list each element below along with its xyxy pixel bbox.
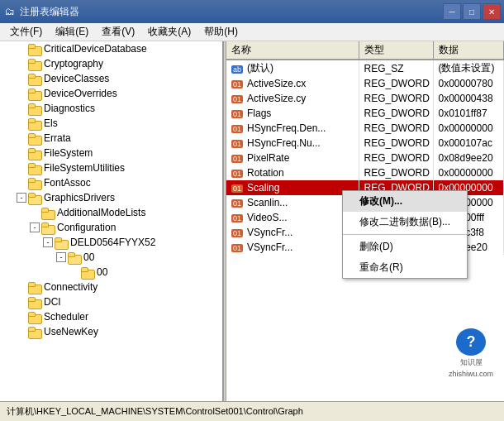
close-button[interactable]: ✕	[483, 3, 501, 20]
tree-item-label: 00	[97, 266, 107, 278]
reg-type-icon	[231, 63, 245, 74]
reg-type: REG_DWORD	[359, 91, 433, 106]
tree-toggle[interactable]: -	[56, 252, 66, 262]
minimize-button[interactable]: ─	[443, 3, 461, 20]
tree-item-label: FontAssoc	[44, 177, 91, 189]
folder-icon	[28, 326, 41, 337]
context-menu-item[interactable]: 修改(M)...	[343, 191, 467, 212]
right-pane: 名称 类型 数据 (默认)REG_SZ(数值未设置)ActiveSize.cxR…	[226, 41, 504, 401]
tree-toggle[interactable]: -	[43, 237, 53, 247]
table-row[interactable]: PixelRateREG_DWORD0x08d9ee20	[226, 151, 504, 165]
reg-name: HSyncFreq.Nu...	[226, 136, 359, 151]
folder-icon	[41, 222, 55, 233]
tree-item-label: Scheduler	[44, 311, 88, 323]
tree-item-label: FileSystemUtilities	[44, 162, 125, 174]
folder-icon	[28, 43, 41, 55]
reg-type-icon	[231, 93, 245, 104]
context-menu-separator	[343, 234, 467, 235]
tree-item[interactable]: FileSystemUtilities	[0, 160, 222, 175]
tree-item[interactable]: Scheduler	[0, 309, 222, 324]
reg-type-icon	[231, 108, 245, 119]
tree-pane[interactable]: CriticalDeviceDatabaseCryptographyDevice…	[0, 41, 223, 401]
reg-type: REG_SZ	[359, 60, 433, 76]
folder-icon	[28, 177, 41, 189]
tree-item-label: Els	[44, 117, 58, 129]
tree-item-label: Errata	[44, 132, 71, 144]
watermark-logo: ?	[456, 328, 486, 356]
tree-item[interactable]: DeviceOverrides	[0, 86, 222, 101]
reg-type: REG_DWORD	[359, 151, 433, 165]
context-menu-item[interactable]: 修改二进制数据(B)...	[343, 212, 467, 232]
tree-item[interactable]: AdditionalModeLists	[0, 205, 222, 220]
reg-name: Scanlin...	[226, 195, 359, 210]
maximize-button[interactable]: □	[463, 3, 481, 20]
reg-data: 0x0101ff87	[433, 106, 504, 121]
table-row[interactable]: (默认)REG_SZ(数值未设置)	[226, 60, 504, 76]
menu-view[interactable]: 查看(V)	[95, 23, 141, 41]
tree-item[interactable]: FileSystem	[0, 146, 222, 160]
col-type: 类型	[359, 41, 433, 60]
reg-name: VSyncFr...	[226, 225, 359, 240]
tree-item[interactable]: -00	[0, 250, 222, 265]
tree-item[interactable]: Els	[0, 116, 222, 131]
status-bar: 计算机\HKEY_LOCAL_MACHINE\SYSTEM\ControlSet…	[0, 401, 504, 421]
watermark-text1: 知识屋	[460, 357, 483, 368]
tree-item-label: DeviceClasses	[44, 73, 109, 84]
table-row[interactable]: HSyncFreq.Den...REG_DWORD0x00000000	[226, 121, 504, 136]
folder-icon	[28, 132, 41, 144]
reg-type-icon	[231, 152, 245, 164]
tree-item[interactable]: Errata	[0, 131, 222, 146]
folder-icon	[28, 88, 41, 99]
tree-item[interactable]: CriticalDeviceDatabase	[0, 41, 222, 56]
reg-data: 0x00000780	[433, 76, 504, 91]
folder-icon	[28, 147, 41, 159]
folder-icon	[28, 311, 41, 323]
tree-item-label: Diagnostics	[44, 103, 95, 114]
table-row[interactable]: ActiveSize.cxREG_DWORD0x00000780	[226, 76, 504, 91]
tree-toggle[interactable]: -	[17, 193, 26, 203]
tree-item[interactable]: Cryptography	[0, 56, 222, 71]
reg-name: (默认)	[226, 60, 359, 76]
context-menu-item[interactable]: 重命名(R)	[343, 257, 467, 278]
reg-type-icon	[231, 227, 245, 238]
tree-item[interactable]: DeviceClasses	[0, 71, 222, 86]
menu-edit[interactable]: 编辑(E)	[49, 23, 95, 41]
watermark: ? 知识屋 zhishiwu.com	[438, 328, 504, 378]
tree-item-label: 00	[83, 251, 94, 263]
tree-item[interactable]: -Configuration	[0, 220, 222, 235]
folder-icon	[28, 162, 41, 174]
folder-icon	[28, 296, 41, 308]
reg-type: REG_DWORD	[359, 165, 433, 180]
tree-item-label: DeviceOverrides	[44, 88, 117, 99]
reg-type-icon	[231, 197, 245, 208]
menu-help[interactable]: 帮助(H)	[197, 23, 245, 41]
reg-name: VideoS...	[226, 210, 359, 225]
folder-icon	[81, 266, 94, 278]
table-row[interactable]: FlagsREG_DWORD0x0101ff87	[226, 106, 504, 121]
menu-favorites[interactable]: 收藏夹(A)	[141, 23, 197, 41]
title-text: 注册表编辑器	[20, 5, 443, 19]
reg-data: 0x00000000	[433, 121, 504, 136]
tree-item-label: Configuration	[57, 222, 116, 233]
tree-item[interactable]: FontAssoc	[0, 175, 222, 190]
tree-item[interactable]: -DELD0564FYYX52	[0, 235, 222, 250]
tree-item-label: DCI	[44, 296, 61, 308]
reg-data: 0x08d9ee20	[433, 151, 504, 165]
tree-item[interactable]: 00	[0, 265, 222, 280]
tree-item[interactable]: -GraphicsDrivers	[0, 190, 222, 205]
table-row[interactable]: RotationREG_DWORD0x00000000	[226, 165, 504, 180]
context-menu-item[interactable]: 删除(D)	[343, 237, 467, 257]
folder-icon	[55, 237, 68, 248]
tree-item[interactable]: DCI	[0, 294, 222, 309]
table-row[interactable]: HSyncFreq.Nu...REG_DWORD0x000107ac	[226, 136, 504, 151]
tree-item[interactable]: Connectivity	[0, 280, 222, 294]
menu-bar: 文件(F) 编辑(E) 查看(V) 收藏夹(A) 帮助(H)	[0, 23, 504, 41]
tree-item[interactable]: Diagnostics	[0, 101, 222, 116]
menu-file[interactable]: 文件(F)	[3, 23, 49, 41]
title-buttons: ─ □ ✕	[443, 3, 501, 20]
tree-toggle[interactable]: -	[30, 222, 40, 232]
table-row[interactable]: ActiveSize.cyREG_DWORD0x00000438	[226, 91, 504, 106]
tree-item[interactable]: UseNewKey	[0, 324, 222, 339]
tree-item-label: Connectivity	[44, 281, 97, 293]
reg-type-icon	[231, 78, 245, 89]
